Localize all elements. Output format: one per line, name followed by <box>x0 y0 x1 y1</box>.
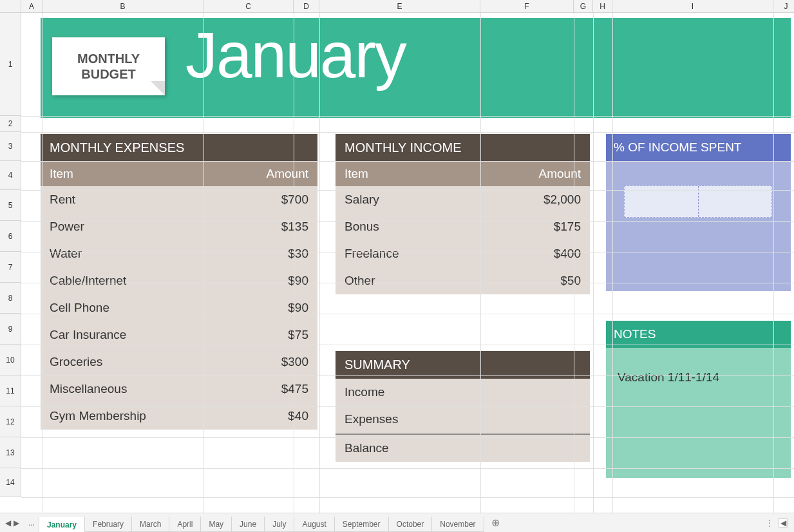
expenses-col-item: Item <box>50 167 267 181</box>
cell-item[interactable]: Balance <box>345 441 510 455</box>
cell-amount[interactable]: $300 <box>238 355 308 369</box>
expenses-table[interactable]: MONTHLY EXPENSES Item Amount Rent$700Pow… <box>41 134 317 430</box>
cell-amount[interactable]: $90 <box>238 301 308 315</box>
tab-september[interactable]: September <box>334 517 389 532</box>
row-header-9[interactable]: 9 <box>0 314 21 345</box>
row-header-14[interactable]: 14 <box>0 468 21 497</box>
cell-amount[interactable]: $50 <box>510 274 581 288</box>
cell-item[interactable]: Expenses <box>345 412 510 426</box>
cell-item[interactable]: Car Insurance <box>50 328 238 342</box>
cell-amount[interactable]: $400 <box>510 247 581 261</box>
row-header-12[interactable]: 12 <box>0 406 21 437</box>
cell-item[interactable]: Cell Phone <box>50 301 238 315</box>
cell-item[interactable]: Gym Membership <box>50 409 238 423</box>
cell-item[interactable]: Power <box>50 220 238 234</box>
column-header-A[interactable]: A <box>21 0 43 12</box>
cell-amount[interactable] <box>510 385 581 399</box>
row-header-13[interactable]: 13 <box>0 437 21 468</box>
cell-amount[interactable]: $700 <box>238 193 308 207</box>
cell-item[interactable]: Water <box>50 247 238 261</box>
tab-january[interactable]: January <box>39 517 85 532</box>
cell-item[interactable]: Miscellaneous <box>50 382 238 396</box>
cell-amount[interactable]: $2,000 <box>510 193 581 207</box>
table-row[interactable]: Cable/Internet$90 <box>41 267 317 294</box>
row-header-4[interactable]: 4 <box>0 161 21 190</box>
tab-october[interactable]: October <box>388 517 433 532</box>
expenses-col-amount: Amount <box>267 167 308 181</box>
row-header-1[interactable]: 1 <box>0 13 21 116</box>
cell-amount[interactable] <box>510 412 581 426</box>
row-headers[interactable]: 1234567891011121314 <box>0 13 21 497</box>
row-header-10[interactable]: 10 <box>0 345 21 375</box>
sheet-area[interactable]: MONTHLY BUDGET January MONTHLY EXPENSES … <box>21 13 794 513</box>
column-header-F[interactable]: F <box>480 0 574 12</box>
tab-overflow[interactable]: ... <box>24 518 39 527</box>
cell-amount[interactable]: $30 <box>238 247 308 261</box>
row-header-5[interactable]: 5 <box>0 190 21 221</box>
tab-june[interactable]: June <box>231 517 265 532</box>
scroll-left-button[interactable]: ◀ <box>779 518 788 527</box>
tab-nav[interactable]: ◀ ▶ <box>0 518 24 527</box>
column-headers[interactable]: ABCDEFGHIJ <box>0 0 794 13</box>
table-row[interactable]: Income <box>336 379 590 406</box>
tab-march[interactable]: March <box>131 517 169 532</box>
table-row[interactable]: Cell Phone$90 <box>41 294 317 321</box>
tab-april[interactable]: April <box>169 517 201 532</box>
table-row[interactable]: Expenses <box>336 406 590 433</box>
cell-amount[interactable]: $75 <box>238 328 308 342</box>
sticky-note: MONTHLY BUDGET <box>52 37 165 95</box>
tab-august[interactable]: August <box>294 517 334 532</box>
cell-item[interactable]: Bonus <box>345 220 510 234</box>
column-header-H[interactable]: H <box>593 0 612 12</box>
cell-item[interactable]: Cable/Internet <box>50 274 238 288</box>
column-header-D[interactable]: D <box>294 0 319 12</box>
notes-body[interactable]: Vacation 1/11-1/14 <box>606 348 791 478</box>
row-header-7[interactable]: 7 <box>0 252 21 283</box>
table-row[interactable]: Water$30 <box>41 240 317 267</box>
table-row[interactable]: Other$50 <box>336 267 590 294</box>
column-header-C[interactable]: C <box>203 0 294 12</box>
row-header-3[interactable]: 3 <box>0 132 21 161</box>
cell-item[interactable]: Salary <box>345 193 510 207</box>
tab-prev-icon[interactable]: ◀ <box>5 518 11 527</box>
tab-november[interactable]: November <box>431 517 484 532</box>
table-row[interactable]: Miscellaneous$475 <box>41 375 317 403</box>
scroll-region[interactable]: ◀ <box>759 518 794 527</box>
cell-item[interactable]: Other <box>345 274 510 288</box>
add-sheet-button[interactable]: ⊕ <box>484 517 507 529</box>
table-row[interactable]: Bonus$175 <box>336 213 590 240</box>
table-row[interactable]: Freelance$400 <box>336 240 590 267</box>
income-table[interactable]: MONTHLY INCOME Item Amount Salary$2,000B… <box>336 134 590 294</box>
cell-amount[interactable]: $135 <box>238 220 308 234</box>
cell-amount[interactable] <box>510 441 581 455</box>
cell-item[interactable]: Rent <box>50 193 238 207</box>
scrollbar-handle-icon[interactable] <box>766 518 773 527</box>
row-header-6[interactable]: 6 <box>0 221 21 252</box>
column-header-E[interactable]: E <box>319 0 480 12</box>
sheet-tab-bar[interactable]: ◀ ▶ ... JanuaryFebruaryMarchAprilMayJune… <box>0 513 794 532</box>
cell-item[interactable]: Freelance <box>345 247 510 261</box>
column-header-I[interactable]: I <box>612 0 773 12</box>
row-header-11[interactable]: 11 <box>0 375 21 406</box>
row-header-2[interactable]: 2 <box>0 116 21 132</box>
tab-july[interactable]: July <box>264 517 294 532</box>
cell-amount[interactable]: $40 <box>238 409 308 423</box>
income-subheader: Item Amount <box>336 162 590 186</box>
cell-amount[interactable]: $90 <box>238 274 308 288</box>
table-row[interactable]: Groceries$300 <box>41 348 317 375</box>
note-line2: BUDGET <box>52 66 165 82</box>
column-header-J[interactable]: J <box>773 0 794 12</box>
cell-amount[interactable]: $475 <box>238 382 308 396</box>
tab-may[interactable]: May <box>200 517 232 532</box>
cell-item[interactable]: Groceries <box>50 355 238 369</box>
income-col-item: Item <box>345 167 539 181</box>
column-header-G[interactable]: G <box>574 0 593 12</box>
income-col-amount: Amount <box>539 167 581 181</box>
tab-february[interactable]: February <box>84 517 132 532</box>
row-header-8[interactable]: 8 <box>0 283 21 314</box>
table-row[interactable]: Power$135 <box>41 213 317 240</box>
column-header-B[interactable]: B <box>43 0 203 12</box>
tab-next-icon[interactable]: ▶ <box>14 518 19 527</box>
cell-amount[interactable]: $175 <box>510 220 581 234</box>
cell-item[interactable]: Income <box>345 385 510 399</box>
